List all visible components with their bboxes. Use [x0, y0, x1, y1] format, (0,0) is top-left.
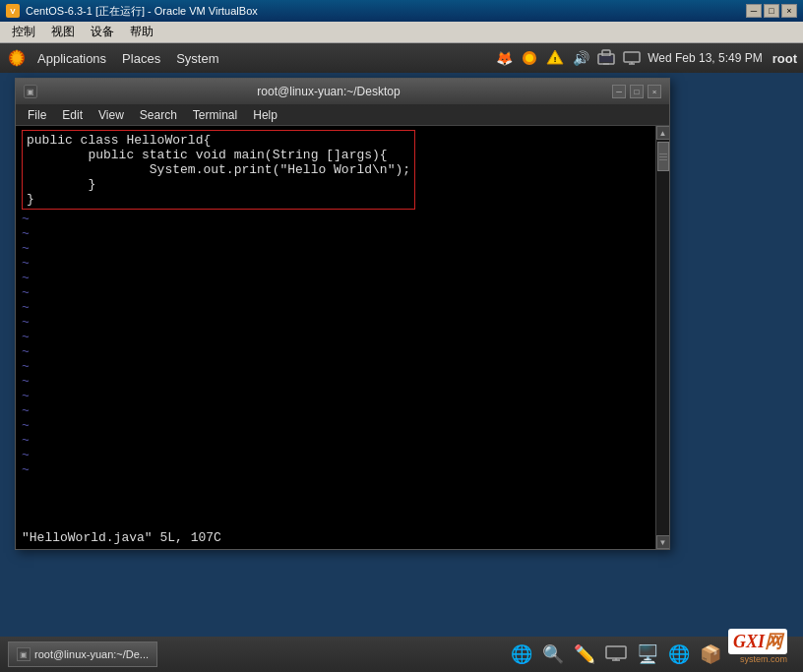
terminal-titlebar: ▣ root@linux-yuan:~/Desktop ─ □ ×: [16, 79, 669, 104]
watermark-url: system.com: [728, 654, 787, 664]
terminal-menu-help[interactable]: Help: [245, 106, 285, 124]
display-icon[interactable]: [622, 48, 642, 68]
vbox-menu-help[interactable]: 帮助: [122, 22, 161, 42]
bottom-icon-globe[interactable]: 🌐: [508, 641, 535, 668]
code-line-4: }: [27, 177, 410, 192]
vbox-maximize-button[interactable]: □: [764, 4, 779, 18]
terminal-menu-file[interactable]: File: [20, 106, 54, 124]
taskbar-bottom-right: 🌐 🔍 ✏️ 🖥️ 🌐 📦 GXI网: [508, 637, 795, 672]
svg-rect-13: [606, 646, 626, 658]
gnome-icon: [6, 47, 28, 69]
vbox-window-controls: ─ □ ×: [746, 4, 797, 18]
scrollbar-down-btn[interactable]: ▼: [656, 535, 670, 549]
terminal-menubar: File Edit View Search Terminal Help: [16, 104, 669, 126]
vbox-titlebar: V CentOS-6.3-1 [正在运行] - Oracle VM Virtua…: [0, 0, 803, 22]
terminal-menu-terminal[interactable]: Terminal: [185, 106, 245, 124]
scrollbar-thumb[interactable]: [657, 142, 669, 171]
weather-icon[interactable]: [520, 48, 539, 68]
bottom-icon-desktop[interactable]: 🖥️: [634, 641, 661, 668]
terminal-body[interactable]: public class HelloWorld{ public static v…: [16, 126, 655, 549]
terminal-menu-edit[interactable]: Edit: [54, 106, 91, 124]
terminal-close-btn[interactable]: ×: [648, 85, 661, 98]
scrollbar-up-btn[interactable]: ▲: [656, 126, 670, 140]
terminal-window: ▣ root@linux-yuan:~/Desktop ─ □ × File E…: [15, 78, 670, 550]
bottom-icon-search[interactable]: 🔍: [539, 641, 567, 668]
vbox-minimize-button[interactable]: ─: [746, 4, 762, 18]
terminal-controls: ─ □ ×: [612, 85, 661, 98]
vbox-icon: V: [6, 4, 20, 18]
watermark-logo: GXI: [733, 632, 765, 651]
alert-icon[interactable]: !: [545, 48, 565, 68]
taskbar-window-label: root@linux-yuan:~/De...: [34, 648, 149, 660]
vbox-menu-view[interactable]: 视图: [43, 22, 83, 42]
terminal-minimize-btn[interactable]: ─: [612, 85, 626, 98]
vbox-menu-devices[interactable]: 设备: [83, 22, 122, 42]
vbox-menu-control[interactable]: 控制: [4, 22, 43, 42]
code-line-1: public class HelloWorld{: [27, 133, 410, 148]
virtualbox-window: V CentOS-6.3-1 [正在运行] - Oracle VM Virtua…: [0, 0, 803, 672]
code-line-3: System.out.print("Hello World\n");: [27, 162, 410, 177]
desktop-area: ▣ root@linux-yuan:~/Desktop ─ □ × File E…: [0, 73, 803, 637]
firefox-icon[interactable]: 🦊: [494, 48, 514, 68]
taskbar-window-icon: ▣: [17, 647, 31, 661]
svg-rect-7: [602, 50, 610, 56]
bottom-icon-edit[interactable]: ✏️: [571, 641, 598, 668]
status-line: "HelloWorld.java" 5L, 107C: [22, 530, 221, 545]
terminal-content: public class HelloWorld{ public static v…: [16, 126, 669, 549]
centos-taskbar-bottom: ▣ root@linux-yuan:~/De... 🌐 🔍 ✏️ 🖥️ 🌐 �: [0, 637, 803, 672]
watermark-site: 网: [765, 632, 782, 651]
centos-taskbar-top: Applications Places System 🦊: [0, 43, 803, 73]
taskbar-window-button[interactable]: ▣ root@linux-yuan:~/De...: [8, 641, 157, 667]
places-menu[interactable]: Places: [116, 49, 166, 68]
vbox-close-button[interactable]: ×: [781, 4, 797, 18]
volume-icon[interactable]: 🔊: [571, 48, 590, 68]
datetime-display: Wed Feb 13, 5:49 PM: [648, 51, 763, 65]
vbox-title: CentOS-6.3-1 [正在运行] - Oracle VM VirtualB…: [26, 4, 746, 19]
terminal-maximize-btn[interactable]: □: [630, 85, 644, 98]
guest-desktop: Applications Places System 🦊: [0, 43, 803, 672]
terminal-icon: ▣: [24, 85, 37, 98]
bottom-icon-package[interactable]: 📦: [697, 641, 724, 668]
terminal-title: root@linux-yuan:~/Desktop: [45, 85, 612, 98]
scrollbar-track[interactable]: [656, 140, 670, 535]
system-menu[interactable]: System: [170, 49, 224, 68]
code-line-2: public static void main(String []args){: [27, 148, 410, 162]
svg-text:!: !: [554, 55, 557, 64]
applications-menu[interactable]: Applications: [31, 49, 112, 68]
svg-rect-9: [599, 56, 613, 62]
network-icon[interactable]: [596, 48, 616, 68]
watermark: GXI网 system.com: [728, 629, 787, 664]
terminal-scrollbar[interactable]: ▲ ▼: [655, 126, 669, 549]
bottom-icon-network[interactable]: [602, 641, 630, 668]
terminal-menu-view[interactable]: View: [91, 106, 132, 124]
taskbar-right: 🦊 ! 🔊: [494, 48, 797, 68]
user-display: root: [772, 51, 797, 66]
tilde-lines: ~~~~~ ~~~~~ ~~~~~ ~~~: [22, 212, 649, 477]
svg-rect-10: [624, 52, 640, 62]
terminal-menu-search[interactable]: Search: [132, 106, 185, 124]
bottom-icon-globe2[interactable]: 🌐: [665, 641, 693, 668]
svg-point-4: [525, 54, 533, 62]
code-block: public class HelloWorld{ public static v…: [22, 130, 415, 210]
vbox-menubar: 控制 视图 设备 帮助: [0, 22, 803, 43]
code-line-5: }: [27, 192, 410, 207]
